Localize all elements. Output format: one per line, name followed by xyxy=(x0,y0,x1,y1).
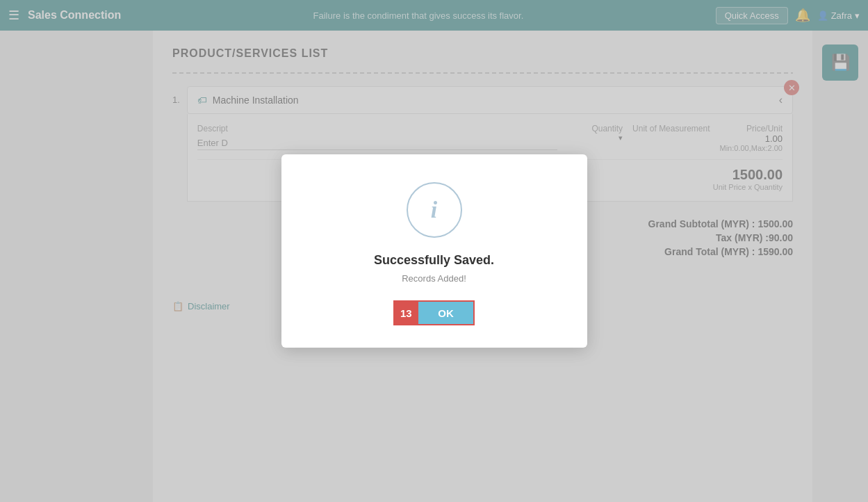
modal-overlay: i Successfully Saved. Records Added! 13 … xyxy=(0,0,868,502)
modal-ok-area: 13 OK xyxy=(393,300,475,325)
modal-title: Successfully Saved. xyxy=(374,253,494,268)
modal-ok-button[interactable]: OK xyxy=(418,300,475,325)
modal-subtitle: Records Added! xyxy=(402,273,466,284)
modal-counter: 13 xyxy=(393,300,418,325)
modal-icon-circle: i xyxy=(407,182,462,238)
modal-info-icon: i xyxy=(431,198,437,222)
modal: i Successfully Saved. Records Added! 13 … xyxy=(281,154,587,348)
